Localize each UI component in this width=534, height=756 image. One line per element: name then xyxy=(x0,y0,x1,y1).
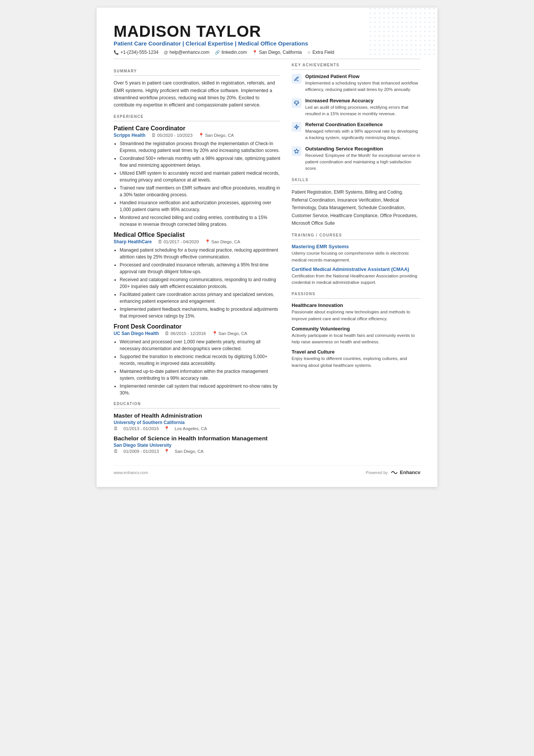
job-location-3: 📍 San Diego, CA xyxy=(212,331,247,336)
pin-icon-1: 📍 xyxy=(198,133,204,138)
job-title-1: Patient Care Coordinator xyxy=(114,125,280,132)
star-icon: ☆ xyxy=(307,50,311,55)
enhancv-logo: Enhancv xyxy=(390,470,420,476)
pin-icon-2: 📍 xyxy=(205,239,210,244)
summary-text: Over 5 years in patient care coordinatio… xyxy=(114,80,280,109)
enhancv-brand-text: Enhancv xyxy=(400,470,420,475)
passion-title-2: Community Volunteering xyxy=(292,326,420,332)
achievement-desc-4: Received 'Employee of the Month' for exc… xyxy=(305,152,420,172)
education-label: EDUCATION xyxy=(114,402,280,406)
bullet-1-2: Coordinated 500+ referrals monthly with … xyxy=(120,155,280,169)
edu-meta-1: 🗓 01/2013 - 01/2015 📍 Los Angeles, CA xyxy=(114,426,280,431)
job-title-2: Medical Office Specialist xyxy=(114,232,280,238)
edu-calendar-icon-2: 🗓 xyxy=(114,449,118,454)
experience-section: EXPERIENCE Patient Care Coordinator Scri… xyxy=(114,114,280,396)
achievement-content-1: Optimized Patient Flow Implemented a sch… xyxy=(305,74,420,93)
training-title-2: Certified Medical Administrative Assista… xyxy=(292,266,420,272)
edu-1: Master of Health Administration Universi… xyxy=(114,412,280,431)
extra-value: Extra Field xyxy=(312,50,334,55)
achievement-desc-2: Led an audit of billing processes, recti… xyxy=(305,104,420,117)
training-section: TRAINING / COURSES Mastering EMR Systems… xyxy=(292,233,420,286)
job-location-1: 📍 San Diego, CA xyxy=(198,133,234,138)
achievement-icon-box-3 xyxy=(292,122,301,132)
body-columns: SUMMARY Over 5 years in patient care coo… xyxy=(114,63,420,454)
achievement-icon-box-4 xyxy=(292,146,301,156)
email-contact: @ help@enhancv.com xyxy=(164,50,209,55)
candidate-title: Patient Care Coordinator | Clerical Expe… xyxy=(114,40,420,47)
job-date-3: 🗓 06/2015 - 12/2016 xyxy=(165,331,206,336)
summary-section: SUMMARY Over 5 years in patient care coo… xyxy=(114,69,280,109)
achievement-3: Referral Coordination Excellence Managed… xyxy=(292,122,420,141)
job-company-1: Scripps Health xyxy=(114,133,145,138)
job-bullets-1: Streamlined the registration process thr… xyxy=(114,140,280,228)
passion-desc-3: Enjoy traveling to different countries, … xyxy=(292,355,420,369)
bullet-2-5: Implemented patient feedback mechanisms,… xyxy=(120,306,280,319)
achievement-4: Outstanding Service Recognition Received… xyxy=(292,146,420,172)
training-desc-2: Certification from the National Healthca… xyxy=(292,273,420,286)
edu-school-2: San Diego State University xyxy=(114,443,280,448)
achievement-desc-3: Managed referrals with a 98% approval ra… xyxy=(305,128,420,141)
achievement-content-4: Outstanding Service Recognition Received… xyxy=(305,146,420,172)
link-icon: 🔗 xyxy=(215,50,220,55)
calendar-icon-3: 🗓 xyxy=(165,331,169,336)
achievement-title-2: Increased Revenue Accuracy xyxy=(305,98,420,103)
passion-2: Community Volunteering Actively particip… xyxy=(292,326,420,346)
bullet-3-3: Maintained up-to-date patient informatio… xyxy=(120,368,280,382)
job-location-2: 📍 San Diego, CA xyxy=(205,239,240,244)
footer-powered-by: Powered by Enhancv xyxy=(366,470,420,476)
achievement-2: Increased Revenue Accuracy Led an audit … xyxy=(292,98,420,117)
job-2: Medical Office Specialist Sharp HealthCa… xyxy=(114,232,280,319)
resume-header: MADISON TAYLOR Patient Care Coordinator … xyxy=(114,23,420,55)
training-2: Certified Medical Administrative Assista… xyxy=(292,266,420,286)
svg-marker-2 xyxy=(294,149,299,153)
achievement-content-3: Referral Coordination Excellence Managed… xyxy=(305,122,420,141)
bullet-2-1: Managed patient scheduling for a busy me… xyxy=(120,247,280,260)
skills-label: SKILLS xyxy=(292,178,420,182)
job-date-2: 🗓 01/2017 - 04/2020 xyxy=(158,239,199,244)
training-desc-1: Udemy course focusing on comprehensive s… xyxy=(292,250,420,263)
achievements-label: KEY ACHIEVEMENTS xyxy=(292,63,420,67)
email-value: help@enhancv.com xyxy=(170,50,209,55)
achievements-section: KEY ACHIEVEMENTS Optimized Patient Flow … xyxy=(292,63,420,172)
passion-desc-2: Actively participate in local health fai… xyxy=(292,332,420,346)
achievement-icon-box-1 xyxy=(292,74,301,84)
achievement-content-2: Increased Revenue Accuracy Led an audit … xyxy=(305,98,420,117)
edu-2: Bachelor of Science in Health Informatio… xyxy=(114,435,280,454)
footer-url: www.enhancv.com xyxy=(114,470,148,475)
candidate-name: MADISON TAYLOR xyxy=(114,23,420,40)
bullet-3-1: Welcomed and processed over 1,000 new pa… xyxy=(120,338,280,352)
location-value: San Diego, California xyxy=(259,50,302,55)
job-1: Patient Care Coordinator Scripps Health … xyxy=(114,125,280,228)
experience-label: EXPERIENCE xyxy=(114,114,280,119)
achievement-icon-box-2 xyxy=(292,98,301,108)
job-date-1: 🗓 05/2020 - 10/2023 xyxy=(151,133,192,138)
bolt-icon xyxy=(294,124,299,130)
achievement-1: Optimized Patient Flow Implemented a sch… xyxy=(292,74,420,93)
bullet-2-4: Facilitated patient care coordination ac… xyxy=(120,291,280,305)
edu-school-1: University of Southern California xyxy=(114,420,280,425)
bullet-2-2: Processed and coordinated insurance refe… xyxy=(120,261,280,275)
phone-value: +1-(234)-555-1234 xyxy=(120,50,158,55)
job-company-3: UC San Diego Health xyxy=(114,331,159,336)
passion-3: Travel and Culture Enjoy traveling to di… xyxy=(292,349,420,369)
job-meta-3: UC San Diego Health 🗓 06/2015 - 12/2016 … xyxy=(114,331,280,336)
training-1: Mastering EMR Systems Udemy course focus… xyxy=(292,244,420,263)
job-title-3: Front Desk Coordinator xyxy=(114,323,280,330)
calendar-icon-2: 🗓 xyxy=(158,239,162,244)
enhancv-logo-icon xyxy=(390,470,398,476)
bullet-3-2: Supported the transition to electronic m… xyxy=(120,353,280,367)
bullet-1-3: Utilized EMR system to accurately record… xyxy=(120,170,280,183)
edu-degree-2: Bachelor of Science in Health Informatio… xyxy=(114,435,280,442)
email-icon: @ xyxy=(164,50,168,55)
website-value: linkedin.com xyxy=(222,50,247,55)
edu-calendar-icon-1: 🗓 xyxy=(114,426,118,431)
achievement-desc-1: Implemented a scheduling system that enh… xyxy=(305,80,420,93)
bullet-1-1: Streamlined the registration process thr… xyxy=(120,140,280,154)
bullet-2-3: Received and cataloged incoming communic… xyxy=(120,276,280,290)
page-footer: www.enhancv.com Powered by Enhancv xyxy=(114,465,420,476)
location-icon: 📍 xyxy=(252,50,258,55)
job-meta-1: Scripps Health 🗓 05/2020 - 10/2023 📍 San… xyxy=(114,133,280,138)
pencil-icon xyxy=(294,76,299,81)
skills-section: SKILLS Patient Registration, EMR Systems… xyxy=(292,178,420,227)
passion-title-3: Travel and Culture xyxy=(292,349,420,355)
